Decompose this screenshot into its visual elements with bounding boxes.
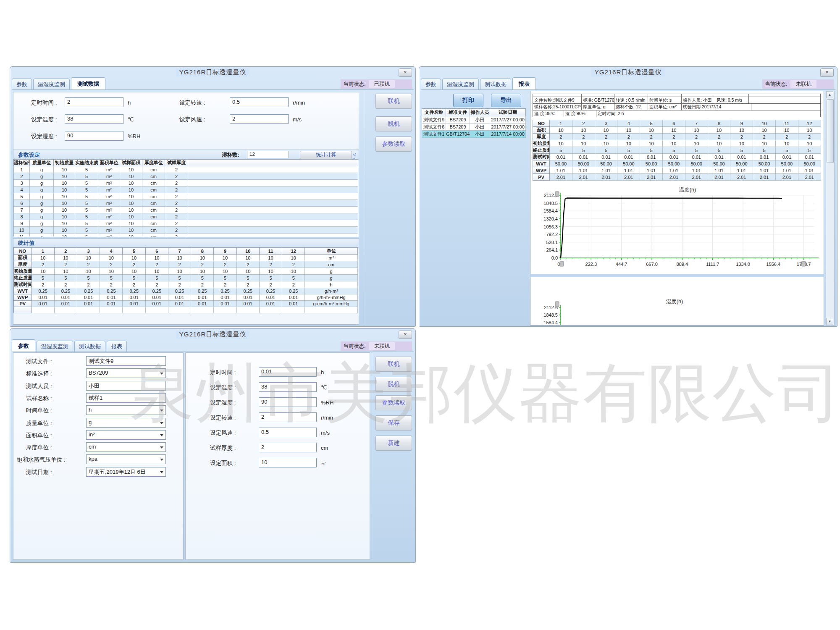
field-input[interactable]: 2: [65, 97, 123, 107]
dropdown-arrow-icon[interactable]: [160, 471, 163, 473]
field-input[interactable]: 90: [259, 397, 317, 407]
field-input[interactable]: 2: [259, 443, 317, 452]
cup-count-input[interactable]: 12: [247, 151, 289, 158]
table-row[interactable]: 7g105m²10cm2: [14, 207, 358, 213]
tab-温湿度监测[interactable]: 温湿度监测: [33, 79, 70, 89]
file-table[interactable]: 文件名称标准文件操作人员试验日期测试文件9BS7209小田2017/7/27 0…: [422, 108, 526, 138]
svg-text:1320.4: 1320.4: [543, 216, 558, 221]
table-row[interactable]: 2g105m²10cm2: [14, 173, 358, 180]
table-row[interactable]: 10g105m²10cm2: [14, 227, 358, 234]
table-row[interactable]: 9g105m²10cm2: [14, 220, 358, 227]
table-row[interactable]: 初始质量101010101010101010101010: [533, 140, 821, 147]
dropdown-arrow-icon[interactable]: [160, 422, 163, 424]
table-row[interactable]: 终止质量555555555555g: [14, 275, 358, 281]
field-input[interactable]: 38: [65, 114, 123, 124]
table-row[interactable]: 11g105m²10cm2: [14, 234, 358, 237]
side-button-参数读取[interactable]: 参数读取: [375, 395, 412, 410]
tab-报表[interactable]: 报表: [107, 341, 127, 352]
field-dropdown[interactable]: BS7209: [86, 368, 166, 378]
table-row[interactable]: 测试时间0.010.010.010.010.010.010.010.010.01…: [533, 154, 821, 160]
table-row[interactable]: 4g105m²10cm2: [14, 186, 358, 193]
side-button-联机[interactable]: 联机: [375, 94, 412, 109]
field-label: 试样名称 :: [26, 395, 52, 402]
table-row[interactable]: 厚度222222222222cm: [14, 261, 358, 268]
table-row[interactable]: NO123456789101112: [533, 120, 821, 127]
table-row[interactable]: 测试文件9BS7209小田2017/7/27 00:00: [422, 116, 526, 123]
table-row[interactable]: [14, 307, 358, 313]
field-input[interactable]: 测试文件9: [86, 356, 166, 366]
field-dropdown[interactable]: in²: [86, 430, 166, 440]
table-row[interactable]: 6g105m²10cm2: [14, 200, 358, 207]
tab-参数[interactable]: 参数: [12, 79, 32, 89]
table-row[interactable]: 测试文件6BS7209小田2017/7/27 00:00: [422, 123, 526, 131]
table-row[interactable]: 厚度222222222222: [533, 134, 821, 140]
tab-报表[interactable]: 报表: [512, 77, 536, 89]
info-cell: 厚度单位: g: [582, 104, 614, 110]
close-icon[interactable]: ×: [399, 331, 412, 339]
field-dropdown[interactable]: kpa: [86, 454, 166, 464]
field-input[interactable]: 0.01: [259, 367, 317, 377]
table-row[interactable]: 1g105m²10cm2: [14, 166, 358, 173]
close-icon[interactable]: ×: [399, 68, 412, 77]
field-input[interactable]: 0.5: [230, 97, 289, 107]
side-button-新建[interactable]: 新建: [375, 436, 412, 451]
field-dropdown[interactable]: g: [86, 418, 166, 428]
side-button-联机[interactable]: 联机: [375, 357, 412, 372]
titlebar[interactable]: YG216R日标透湿量仪: [419, 67, 837, 78]
field-input[interactable]: 90: [65, 131, 123, 141]
stats-table[interactable]: NO123456789101112单位面积1010101010101010101…: [13, 247, 358, 313]
field-input[interactable]: 38: [259, 382, 317, 392]
dropdown-arrow-icon[interactable]: [160, 446, 163, 449]
table-row[interactable]: WVP1.011.011.011.011.011.011.011.011.011…: [533, 167, 821, 174]
table-row[interactable]: 面积101010101010101010101010: [533, 127, 821, 134]
field-dropdown[interactable]: h: [86, 405, 166, 415]
scroll-down-icon[interactable]: ▼: [826, 318, 833, 325]
titlebar[interactable]: YG216R日标透湿量仪: [10, 329, 415, 340]
tab-测试数据[interactable]: 测试数据: [74, 341, 105, 352]
table-row[interactable]: 5g105m²10cm2: [14, 193, 358, 200]
dropdown-arrow-icon[interactable]: [160, 459, 163, 461]
field-input[interactable]: 0.5: [259, 428, 317, 437]
dropdown-arrow-icon[interactable]: [160, 434, 163, 436]
table-row[interactable]: PV0.010.010.010.010.010.010.010.010.010.…: [14, 301, 358, 307]
field-input[interactable]: 试样1: [86, 393, 166, 403]
print-button[interactable]: 打印: [453, 94, 483, 107]
table-row[interactable]: 终止质量555555555555: [533, 147, 821, 154]
side-button-脱机[interactable]: 脱机: [375, 377, 412, 392]
table-row[interactable]: PV2.012.012.012.012.012.012.012.012.012.…: [533, 174, 821, 181]
side-button-参数读取[interactable]: 参数读取: [375, 136, 412, 152]
param-table[interactable]: 湿杯编号质量单位初始质量实验结束质量面积单位试样面积厚度单位试样厚度1g105m…: [13, 159, 358, 236]
tab-测试数据[interactable]: 测试数据: [71, 77, 105, 89]
table-row[interactable]: WVT50.0050.0050.0050.0050.0050.0050.0050…: [533, 160, 821, 167]
scrollbar-thumb[interactable]: [827, 99, 834, 163]
tab-测试数据[interactable]: 测试数据: [480, 79, 511, 89]
table-row[interactable]: 8g105m²10cm2: [14, 213, 358, 220]
tab-温湿度监测[interactable]: 温湿度监测: [37, 341, 73, 352]
report-scrollbar[interactable]: ▲ ▼: [826, 91, 835, 326]
tab-参数[interactable]: 参数: [421, 79, 441, 89]
field-input[interactable]: 2: [259, 412, 317, 422]
side-button-脱机[interactable]: 脱机: [375, 116, 412, 131]
export-button[interactable]: 导出: [491, 94, 521, 107]
titlebar[interactable]: YG216R日标透湿量仪: [10, 67, 415, 78]
field-input[interactable]: 2: [230, 114, 289, 124]
scroll-up-icon[interactable]: ▲: [826, 91, 833, 98]
dropdown-arrow-icon[interactable]: [160, 410, 163, 412]
side-button-保存[interactable]: 保存: [375, 415, 412, 430]
table-row[interactable]: 测试时间222222222222h: [14, 281, 358, 288]
table-row[interactable]: 面积101010101010101010101010m²: [14, 255, 358, 261]
calc-stats-button[interactable]: 统计计算: [300, 151, 352, 159]
table-row[interactable]: 测试文件1GB/T12704小田2017/7/14 00:00: [422, 131, 526, 138]
field-input[interactable]: 10: [259, 458, 317, 467]
tab-参数[interactable]: 参数: [12, 339, 35, 352]
field-dropdown[interactable]: cm: [86, 442, 166, 452]
field-input[interactable]: 小田: [86, 381, 166, 391]
field-dropdown[interactable]: 星期五,2019年12月 6日: [86, 467, 166, 477]
table-row[interactable]: WVP0.010.010.010.010.010.010.010.010.010…: [14, 294, 358, 301]
table-row[interactable]: 初始质量101010101010101010101010g: [14, 268, 358, 275]
table-row[interactable]: 3g105m²10cm2: [14, 180, 358, 186]
dropdown-arrow-icon[interactable]: [160, 373, 163, 375]
tab-温湿度监测[interactable]: 温湿度监测: [442, 79, 479, 89]
close-icon[interactable]: ×: [820, 68, 834, 77]
table-row[interactable]: WVT0.250.250.250.250.250.250.250.250.250…: [14, 288, 358, 294]
